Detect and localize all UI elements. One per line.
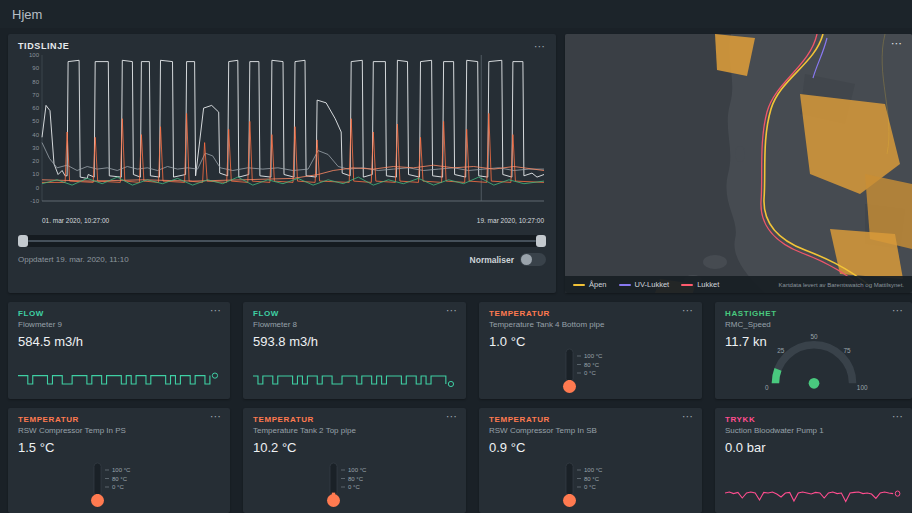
legend-dash-open <box>573 284 585 286</box>
svg-text:0 °C: 0 °C <box>584 484 596 490</box>
card-menu-icon[interactable]: ⋯ <box>682 306 694 314</box>
page-title: Hjem <box>12 7 42 22</box>
svg-text:10: 10 <box>32 171 39 177</box>
legend-item-closed: Lukket <box>681 280 719 289</box>
svg-text:100 °C: 100 °C <box>348 467 367 473</box>
svg-text:80 °C: 80 °C <box>584 476 600 482</box>
card-type-label: TEMPERATUR <box>18 415 220 424</box>
svg-text:100: 100 <box>856 384 867 391</box>
card-menu-icon[interactable]: ⋯ <box>892 306 904 314</box>
card-value: 0.9 °C <box>489 440 692 455</box>
card-menu-icon[interactable]: ⋯ <box>210 412 222 420</box>
svg-text:0 °C: 0 °C <box>112 484 124 490</box>
card-value: 0.0 bar <box>725 440 902 455</box>
svg-text:19. mar 2020, 10:27:00: 19. mar 2020, 10:27:00 <box>477 217 545 224</box>
legend-item-open: Åpen <box>573 280 607 289</box>
card-subtitle: Flowmeter 9 <box>18 320 220 329</box>
top-bar: Hjem <box>0 0 912 28</box>
timeline-title: TIDSLINJE <box>18 41 69 51</box>
svg-text:80 °C: 80 °C <box>584 362 600 368</box>
card-type-label: HASTIGHET <box>725 309 902 318</box>
card-flow-flowmeter-9: ⋯ FLOW Flowmeter 9 584.5 m3/h <box>8 302 230 399</box>
svg-text:80 °C: 80 °C <box>112 476 128 482</box>
legend-label-uv-closed: UV-Lukket <box>635 280 670 289</box>
svg-text:0: 0 <box>765 384 769 391</box>
signal-orange <box>42 113 544 182</box>
kpi-cards-grid: ⋯ FLOW Flowmeter 9 584.5 m3/h ⋯ FLOW Flo… <box>0 302 912 513</box>
svg-text:50: 50 <box>810 334 818 340</box>
svg-text:80: 80 <box>32 79 39 85</box>
normalize-label: Normaliser <box>470 255 514 265</box>
timeline-range-slider[interactable] <box>18 235 546 247</box>
legend-label-closed: Lukket <box>697 280 719 289</box>
svg-text:70: 70 <box>32 92 39 98</box>
svg-text:50: 50 <box>32 118 39 124</box>
card-menu-icon[interactable]: ⋯ <box>446 306 458 314</box>
svg-text:80 °C: 80 °C <box>348 476 364 482</box>
flow-sparkline <box>253 349 456 394</box>
svg-text:75: 75 <box>843 347 851 354</box>
pressure-sparkline <box>725 455 902 508</box>
card-subtitle: RSW Compressor Temp In SB <box>489 426 692 435</box>
timeline-menu-icon[interactable]: ⋯ <box>534 42 546 50</box>
card-type-label: FLOW <box>18 309 220 318</box>
card-menu-icon[interactable]: ⋯ <box>682 412 694 420</box>
card-type-label: TEMPERATUR <box>489 415 692 424</box>
temperature-thermometer: 100 °C80 °C0 °C <box>253 455 456 508</box>
card-menu-icon[interactable]: ⋯ <box>446 412 458 420</box>
slider-handle-right[interactable] <box>536 235 546 247</box>
svg-text:90: 90 <box>32 65 39 71</box>
svg-text:100: 100 <box>29 53 40 58</box>
card-temp-tank4-bottom: ⋯ TEMPERATUR Temperature Tank 4 Bottom p… <box>479 302 702 399</box>
timeline-chart: 1009080706050403020100-1001. mar 2020, 1… <box>18 53 546 233</box>
legend-label-open: Åpen <box>589 280 607 289</box>
card-temp-tank2-top: ⋯ TEMPERATUR Temperature Tank 2 Top pipe… <box>243 408 466 513</box>
card-subtitle: Temperature Tank 2 Top pipe <box>253 426 456 435</box>
card-type-label: TEMPERATUR <box>489 309 692 318</box>
svg-text:25: 25 <box>777 347 785 354</box>
svg-text:40: 40 <box>32 132 39 138</box>
svg-text:-10: -10 <box>30 198 39 204</box>
map-panel[interactable]: ⋯ Åpen UV-Lukket Lukket Kartdata levert … <box>565 34 912 293</box>
map-attribution: Kartdata levert av Barentswatch og Matti… <box>779 282 904 288</box>
card-subtitle: Temperature Tank 4 Bottom pipe <box>489 320 692 329</box>
flow-sparkline <box>18 349 220 394</box>
card-value: 10.2 °C <box>253 440 456 455</box>
card-value: 593.8 m3/h <box>253 334 456 349</box>
svg-text:60: 60 <box>32 105 39 111</box>
card-temp-rsw-compressor-ps: ⋯ TEMPERATUR RSW Compressor Temp In PS 1… <box>8 408 230 513</box>
map-canvas[interactable] <box>565 34 912 293</box>
card-subtitle: RSW Compressor Temp In PS <box>18 426 220 435</box>
signal-white <box>42 60 544 178</box>
svg-text:0 °C: 0 °C <box>584 370 596 376</box>
svg-text:0: 0 <box>36 185 40 191</box>
slider-track <box>28 240 536 242</box>
legend-dash-closed <box>681 284 693 286</box>
timeline-updated-text: Oppdatert 19. mar. 2020, 11:10 <box>18 255 129 264</box>
card-subtitle: Flowmeter 8 <box>253 320 456 329</box>
map-menu-icon[interactable]: ⋯ <box>891 39 903 47</box>
svg-text:100 °C: 100 °C <box>112 467 131 473</box>
svg-text:20: 20 <box>32 158 39 164</box>
card-pressure-bloodwater-pump: ⋯ TRYKK Suction Bloodwater Pump 1 0.0 ba… <box>715 408 912 513</box>
card-menu-icon[interactable]: ⋯ <box>210 306 222 314</box>
temperature-thermometer: 100 °C80 °C0 °C <box>489 349 692 394</box>
card-subtitle: RMC_Speed <box>725 320 902 329</box>
card-temp-rsw-compressor-sb: ⋯ TEMPERATUR RSW Compressor Temp In SB 0… <box>479 408 702 513</box>
card-speed-rmc: ⋯ HASTIGHET RMC_Speed 11.7 kn 0255075100 <box>715 302 912 399</box>
card-menu-icon[interactable]: ⋯ <box>892 412 904 420</box>
map-legend: Åpen UV-Lukket Lukket Kartdata levert av… <box>565 276 912 293</box>
card-type-label: TRYKK <box>725 415 902 424</box>
normalize-toggle[interactable] <box>520 253 546 266</box>
svg-text:100 °C: 100 °C <box>584 467 603 473</box>
legend-item-uv-closed: UV-Lukket <box>619 280 670 289</box>
svg-text:30: 30 <box>32 145 39 151</box>
svg-text:100 °C: 100 °C <box>584 353 603 359</box>
top-panels: TIDSLINJE ⋯ 1009080706050403020100-1001.… <box>0 28 912 293</box>
timeline-panel: TIDSLINJE ⋯ 1009080706050403020100-1001.… <box>8 34 556 293</box>
svg-text:0 °C: 0 °C <box>348 484 360 490</box>
card-type-label: TEMPERATUR <box>253 415 456 424</box>
slider-handle-left[interactable] <box>18 235 28 247</box>
card-flow-flowmeter-8: ⋯ FLOW Flowmeter 8 593.8 m3/h <box>243 302 466 399</box>
svg-text:01. mar 2020, 10:27:00: 01. mar 2020, 10:27:00 <box>42 217 110 224</box>
